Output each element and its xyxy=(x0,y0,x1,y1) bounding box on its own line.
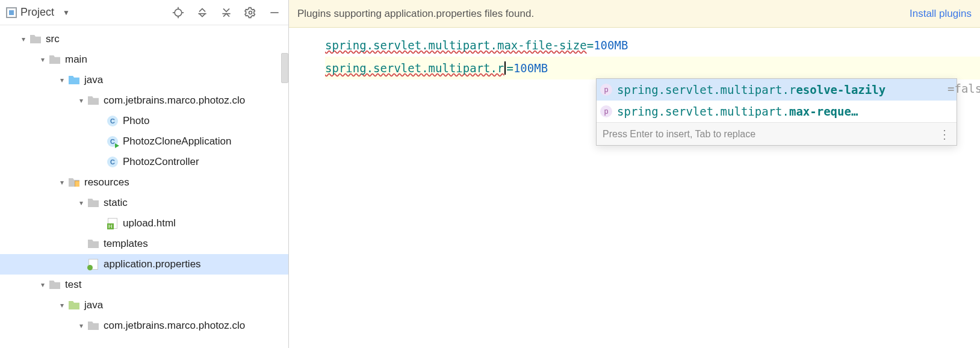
tree-package[interactable]: ▾com.jetbrains.marco.photoz.clo xyxy=(0,90,288,111)
tree-class-controller[interactable]: CPhotozController xyxy=(0,152,288,172)
tree-scrollbar-thumb[interactable] xyxy=(281,53,288,83)
project-title[interactable]: Project xyxy=(20,6,54,19)
autocomplete-item-1[interactable]: p spring.servlet.multipart.resolve-lazil… xyxy=(597,79,957,101)
tree-folder-test[interactable]: ▾test xyxy=(0,275,288,295)
autocomplete-item-2[interactable]: p spring.servlet.multipart.max-reque… xyxy=(597,101,957,122)
tree-folder-templates[interactable]: templates xyxy=(0,234,288,254)
install-plugins-link[interactable]: Install plugins xyxy=(910,8,972,20)
collapse-all-icon[interactable] xyxy=(217,4,235,22)
autocomplete-hint: Press Enter to insert, Tab to replace ⋮ xyxy=(597,122,957,145)
svg-point-0 xyxy=(175,9,182,16)
gear-icon[interactable] xyxy=(241,4,259,22)
code-line-1[interactable]: spring.servlet.multipart.max-file-size=1… xyxy=(325,34,980,57)
minimize-icon[interactable] xyxy=(265,4,284,22)
tree-folder-test-java[interactable]: ▾java xyxy=(0,295,288,315)
tree-folder-resources[interactable]: ▾resources xyxy=(0,172,288,193)
svg-point-7 xyxy=(249,11,252,14)
code-line-2[interactable]: spring.servlet.multipart.r=100MB xyxy=(325,57,980,79)
code-editor[interactable]: spring.servlet.multipart.max-file-size=1… xyxy=(289,28,980,79)
tree-file-application-properties[interactable]: application.properties xyxy=(0,254,288,275)
project-tree[interactable]: ▾src ▾main ▾java ▾com.jetbrains.marco.ph… xyxy=(0,25,288,348)
tree-class-photo[interactable]: CPhoto xyxy=(0,111,288,131)
property-icon: p xyxy=(600,84,612,96)
tree-folder-static[interactable]: ▾static xyxy=(0,193,288,213)
tree-folder-main[interactable]: ▾main xyxy=(0,49,288,70)
plugin-suggestion-banner: Plugins supporting application.propertie… xyxy=(289,0,980,28)
autocomplete-popup: p spring.servlet.multipart.resolve-lazil… xyxy=(596,78,957,146)
locate-icon[interactable] xyxy=(169,4,187,22)
banner-message: Plugins supporting application.propertie… xyxy=(297,8,534,20)
property-icon: p xyxy=(600,105,612,117)
tree-class-app[interactable]: CPhotozCloneApplication xyxy=(0,131,288,152)
expand-all-icon[interactable] xyxy=(193,4,211,22)
text-caret xyxy=(504,61,506,75)
autocomplete-trailing-hint: =false (Whether to resolve the mult xyxy=(947,78,980,95)
tree-file-upload-html[interactable]: upload.html xyxy=(0,213,288,234)
project-icon xyxy=(6,7,17,18)
tree-folder-src[interactable]: ▾src xyxy=(0,29,288,49)
project-tool-header: Project ▼ xyxy=(0,0,288,25)
tree-folder-java[interactable]: ▾java xyxy=(0,70,288,90)
chevron-down-icon[interactable]: ▼ xyxy=(60,8,72,17)
tree-package-test[interactable]: ▾com.jetbrains.marco.photoz.clo xyxy=(0,315,288,336)
